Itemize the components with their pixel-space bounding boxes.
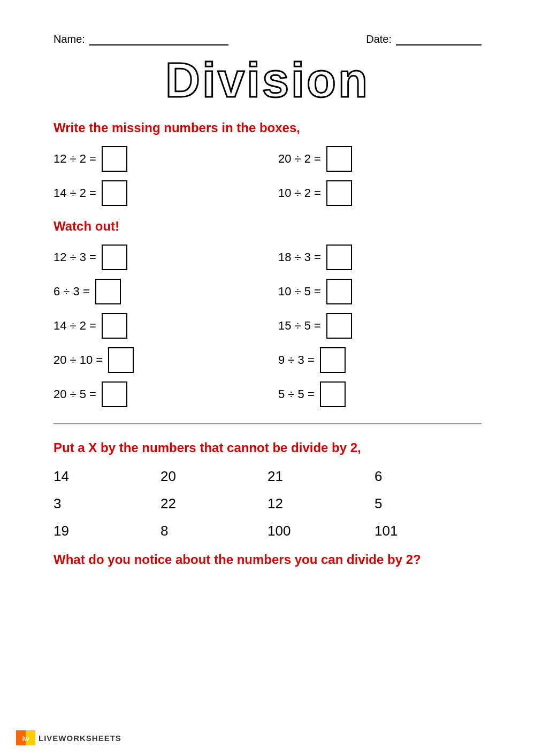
number-cell[interactable]: 14 <box>54 468 160 485</box>
number-value: 8 <box>160 523 168 539</box>
number-cell[interactable]: 12 <box>268 495 374 512</box>
answer-input-p1[interactable] <box>102 146 127 172</box>
problem-row: 14 ÷ 2 = <box>54 313 257 339</box>
number-cell[interactable]: 100 <box>268 523 374 539</box>
problem-row: 10 ÷ 2 = <box>278 180 482 206</box>
equation-label: 12 ÷ 3 = <box>54 250 96 264</box>
section2-problems: 12 ÷ 3 = 18 ÷ 3 = 6 ÷ 3 = 10 ÷ 5 = 14 ÷ … <box>54 245 482 407</box>
answer-input-p6[interactable] <box>326 245 352 270</box>
equation-label: 20 ÷ 10 = <box>54 353 103 367</box>
answer-input-p14[interactable] <box>320 381 346 407</box>
title-block: Division <box>54 56 482 104</box>
answer-input-p2[interactable] <box>326 146 352 172</box>
brand-name: LIVEWORKSHEETS <box>39 734 121 743</box>
problem-row: 6 ÷ 3 = <box>54 279 257 304</box>
section3: Put a X by the numbers that cannot be di… <box>54 440 482 567</box>
answer-input-p4[interactable] <box>326 180 352 206</box>
section2-instruction: Watch out! <box>54 219 482 234</box>
number-value: 21 <box>268 468 283 485</box>
equation-label: 20 ÷ 2 = <box>278 152 321 166</box>
number-value: 101 <box>374 523 398 539</box>
number-value: 19 <box>54 523 69 539</box>
problem-row: 14 ÷ 2 = <box>54 180 257 206</box>
answer-input-p10[interactable] <box>326 313 352 339</box>
date-label: Date: <box>366 33 392 45</box>
number-cell[interactable]: 19 <box>54 523 160 539</box>
section1-problems: 12 ÷ 2 = 20 ÷ 2 = 14 ÷ 2 = 10 ÷ 2 = <box>54 146 482 206</box>
number-cell[interactable]: 5 <box>374 495 482 512</box>
number-value: 22 <box>160 495 176 512</box>
header: Name: Date: <box>54 32 482 45</box>
brand: lw LIVEWORKSHEETS <box>16 730 121 745</box>
name-field-group: Name: <box>54 32 228 45</box>
equation-label: 14 ÷ 2 = <box>54 319 96 333</box>
answer-input-p3[interactable] <box>102 180 127 206</box>
problem-row: 12 ÷ 2 = <box>54 146 257 172</box>
number-value: 20 <box>160 468 176 485</box>
number-cell[interactable]: 6 <box>374 468 482 485</box>
problem-row: 9 ÷ 3 = <box>278 347 482 373</box>
brand-logo: lw <box>16 730 35 745</box>
name-label: Name: <box>54 33 85 45</box>
problem-row: 5 ÷ 5 = <box>278 381 482 407</box>
number-value: 6 <box>374 468 382 485</box>
equation-label: 20 ÷ 5 = <box>54 387 96 401</box>
problem-row: 20 ÷ 10 = <box>54 347 257 373</box>
equation-label: 15 ÷ 5 = <box>278 319 321 333</box>
equation-label: 18 ÷ 3 = <box>278 250 321 264</box>
equation-label: 5 ÷ 5 = <box>278 387 315 401</box>
problem-row: 15 ÷ 5 = <box>278 313 482 339</box>
equation-label: 10 ÷ 2 = <box>278 186 321 200</box>
number-value: 3 <box>54 495 61 512</box>
equation-label: 10 ÷ 5 = <box>278 285 321 299</box>
answer-input-p9[interactable] <box>102 313 127 339</box>
problem-row: 10 ÷ 5 = <box>278 279 482 304</box>
problem-row: 12 ÷ 3 = <box>54 245 257 270</box>
number-value: 5 <box>374 495 382 512</box>
number-value: 12 <box>268 495 283 512</box>
number-cell[interactable]: 101 <box>374 523 482 539</box>
problem-row: 18 ÷ 3 = <box>278 245 482 270</box>
answer-input-p13[interactable] <box>102 381 127 407</box>
section-divider <box>54 423 482 424</box>
worksheet-page: Name: Date: Division Write the missing n… <box>0 0 535 756</box>
date-field-group: Date: <box>366 32 482 45</box>
number-value: 14 <box>54 468 69 485</box>
section1-instruction: Write the missing numbers in the boxes, <box>54 120 482 135</box>
problem-row: 20 ÷ 5 = <box>54 381 257 407</box>
answer-input-p11[interactable] <box>108 347 134 373</box>
equation-label: 6 ÷ 3 = <box>54 285 90 299</box>
footer-question: What do you notice about the numbers you… <box>54 552 482 567</box>
number-cell[interactable]: 20 <box>160 468 268 485</box>
page-title: Division <box>54 56 482 104</box>
svg-text:lw: lw <box>22 735 29 743</box>
number-value: 100 <box>268 523 291 539</box>
equation-label: 12 ÷ 2 = <box>54 152 96 166</box>
answer-input-p7[interactable] <box>95 279 121 304</box>
problem-row: 20 ÷ 2 = <box>278 146 482 172</box>
numbers-grid: 14 20 21 6 3 22 12 5 <box>54 468 482 539</box>
date-underline <box>396 32 482 45</box>
name-underline <box>89 32 228 45</box>
answer-input-p8[interactable] <box>326 279 352 304</box>
answer-input-p12[interactable] <box>320 347 346 373</box>
number-cell[interactable]: 22 <box>160 495 268 512</box>
number-cell[interactable]: 21 <box>268 468 374 485</box>
number-cell[interactable]: 8 <box>160 523 268 539</box>
number-cell[interactable]: 3 <box>54 495 160 512</box>
equation-label: 9 ÷ 3 = <box>278 353 315 367</box>
equation-label: 14 ÷ 2 = <box>54 186 96 200</box>
section3-instruction: Put a X by the numbers that cannot be di… <box>54 440 482 455</box>
answer-input-p5[interactable] <box>102 245 127 270</box>
